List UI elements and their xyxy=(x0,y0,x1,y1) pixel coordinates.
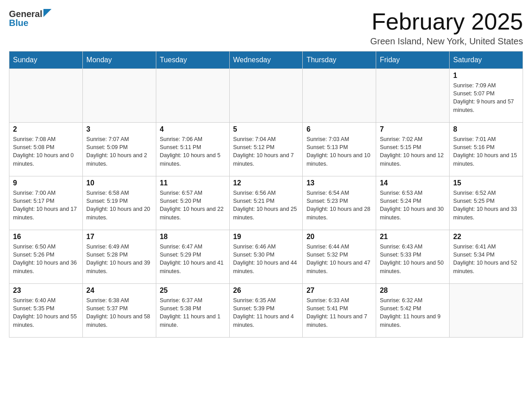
day-number: 25 xyxy=(160,287,226,295)
table-row: 19Sunrise: 6:46 AM Sunset: 5:30 PM Dayli… xyxy=(229,230,303,284)
table-row xyxy=(450,284,523,338)
day-number: 1 xyxy=(453,72,519,80)
day-number: 5 xyxy=(233,125,299,133)
day-number: 9 xyxy=(13,179,79,187)
col-tuesday: Tuesday xyxy=(156,51,229,69)
day-number: 6 xyxy=(306,125,372,133)
table-row: 18Sunrise: 6:47 AM Sunset: 5:29 PM Dayli… xyxy=(156,230,229,284)
table-row: 22Sunrise: 6:41 AM Sunset: 5:34 PM Dayli… xyxy=(450,230,523,284)
table-row: 26Sunrise: 6:35 AM Sunset: 5:39 PM Dayli… xyxy=(229,284,303,338)
week-row-1: 1Sunrise: 7:09 AM Sunset: 5:07 PM Daylig… xyxy=(9,69,523,123)
day-number: 17 xyxy=(86,233,152,241)
table-row: 2Sunrise: 7:08 AM Sunset: 5:08 PM Daylig… xyxy=(9,123,83,176)
day-info: Sunrise: 6:47 AM Sunset: 5:29 PM Dayligh… xyxy=(160,243,226,275)
page-header: General Blue February 2025 Green Island,… xyxy=(9,9,523,47)
table-row xyxy=(9,69,83,123)
title-section: February 2025 Green Island, New York, Un… xyxy=(370,9,523,47)
table-row: 14Sunrise: 6:53 AM Sunset: 5:24 PM Dayli… xyxy=(376,176,450,230)
table-row: 24Sunrise: 6:38 AM Sunset: 5:37 PM Dayli… xyxy=(82,284,156,338)
day-number: 27 xyxy=(306,287,372,295)
col-monday: Monday xyxy=(82,51,156,69)
day-info: Sunrise: 7:03 AM Sunset: 5:13 PM Dayligh… xyxy=(306,135,372,168)
col-saturday: Saturday xyxy=(450,51,523,69)
logo: General Blue xyxy=(9,9,51,27)
table-row: 23Sunrise: 6:40 AM Sunset: 5:35 PM Dayli… xyxy=(9,284,83,338)
table-row: 4Sunrise: 7:06 AM Sunset: 5:11 PM Daylig… xyxy=(156,123,229,176)
table-row: 3Sunrise: 7:07 AM Sunset: 5:09 PM Daylig… xyxy=(82,123,156,176)
day-number: 13 xyxy=(306,179,372,187)
location: Green Island, New York, United States xyxy=(370,36,523,47)
logo-arrow-icon xyxy=(43,9,51,17)
table-row: 8Sunrise: 7:01 AM Sunset: 5:16 PM Daylig… xyxy=(450,123,523,176)
col-wednesday: Wednesday xyxy=(229,51,303,69)
day-info: Sunrise: 7:08 AM Sunset: 5:08 PM Dayligh… xyxy=(13,135,79,168)
day-info: Sunrise: 7:09 AM Sunset: 5:07 PM Dayligh… xyxy=(453,81,519,114)
col-thursday: Thursday xyxy=(303,51,376,69)
logo-blue: Blue xyxy=(9,18,51,27)
table-row: 1Sunrise: 7:09 AM Sunset: 5:07 PM Daylig… xyxy=(450,69,523,123)
table-row: 7Sunrise: 7:02 AM Sunset: 5:15 PM Daylig… xyxy=(376,123,450,176)
week-row-2: 2Sunrise: 7:08 AM Sunset: 5:08 PM Daylig… xyxy=(9,123,523,176)
table-row: 9Sunrise: 7:00 AM Sunset: 5:17 PM Daylig… xyxy=(9,176,83,230)
day-number: 22 xyxy=(453,233,519,241)
table-row: 17Sunrise: 6:49 AM Sunset: 5:28 PM Dayli… xyxy=(82,230,156,284)
day-info: Sunrise: 6:35 AM Sunset: 5:39 PM Dayligh… xyxy=(233,296,299,329)
day-info: Sunrise: 7:01 AM Sunset: 5:16 PM Dayligh… xyxy=(453,135,519,168)
day-info: Sunrise: 6:41 AM Sunset: 5:34 PM Dayligh… xyxy=(453,243,519,275)
table-row xyxy=(82,69,156,123)
day-info: Sunrise: 6:43 AM Sunset: 5:33 PM Dayligh… xyxy=(380,243,446,275)
logo-general: General xyxy=(9,9,51,18)
svg-marker-0 xyxy=(43,9,51,17)
week-row-4: 16Sunrise: 6:50 AM Sunset: 5:26 PM Dayli… xyxy=(9,230,523,284)
day-number: 18 xyxy=(160,233,226,241)
day-info: Sunrise: 7:00 AM Sunset: 5:17 PM Dayligh… xyxy=(13,189,79,222)
day-number: 20 xyxy=(306,233,372,241)
table-row: 21Sunrise: 6:43 AM Sunset: 5:33 PM Dayli… xyxy=(376,230,450,284)
day-number: 19 xyxy=(233,233,299,241)
day-number: 26 xyxy=(233,287,299,295)
day-info: Sunrise: 6:38 AM Sunset: 5:37 PM Dayligh… xyxy=(86,296,152,329)
table-row: 6Sunrise: 7:03 AM Sunset: 5:13 PM Daylig… xyxy=(303,123,376,176)
day-info: Sunrise: 6:32 AM Sunset: 5:42 PM Dayligh… xyxy=(380,296,446,329)
table-row: 27Sunrise: 6:33 AM Sunset: 5:41 PM Dayli… xyxy=(303,284,376,338)
day-info: Sunrise: 6:33 AM Sunset: 5:41 PM Dayligh… xyxy=(306,296,372,329)
day-number: 23 xyxy=(13,287,79,295)
table-row: 25Sunrise: 6:37 AM Sunset: 5:38 PM Dayli… xyxy=(156,284,229,338)
day-number: 10 xyxy=(86,179,152,187)
table-row xyxy=(156,69,229,123)
week-row-5: 23Sunrise: 6:40 AM Sunset: 5:35 PM Dayli… xyxy=(9,284,523,338)
day-number: 8 xyxy=(453,125,519,133)
day-number: 12 xyxy=(233,179,299,187)
day-info: Sunrise: 6:58 AM Sunset: 5:19 PM Dayligh… xyxy=(86,189,152,222)
day-number: 28 xyxy=(380,287,446,295)
col-sunday: Sunday xyxy=(9,51,83,69)
table-row: 15Sunrise: 6:52 AM Sunset: 5:25 PM Dayli… xyxy=(450,176,523,230)
table-row: 11Sunrise: 6:57 AM Sunset: 5:20 PM Dayli… xyxy=(156,176,229,230)
table-row xyxy=(303,69,376,123)
day-number: 24 xyxy=(86,287,152,295)
calendar-table: Sunday Monday Tuesday Wednesday Thursday… xyxy=(9,51,523,338)
day-number: 14 xyxy=(380,179,446,187)
table-row: 16Sunrise: 6:50 AM Sunset: 5:26 PM Dayli… xyxy=(9,230,83,284)
day-info: Sunrise: 7:02 AM Sunset: 5:15 PM Dayligh… xyxy=(380,135,446,168)
day-number: 11 xyxy=(160,179,226,187)
day-info: Sunrise: 7:07 AM Sunset: 5:09 PM Dayligh… xyxy=(86,135,152,168)
day-info: Sunrise: 6:54 AM Sunset: 5:23 PM Dayligh… xyxy=(306,189,372,222)
day-number: 21 xyxy=(380,233,446,241)
day-info: Sunrise: 6:44 AM Sunset: 5:32 PM Dayligh… xyxy=(306,243,372,275)
table-row xyxy=(376,69,450,123)
calendar-header-row: Sunday Monday Tuesday Wednesday Thursday… xyxy=(9,51,523,69)
table-row: 28Sunrise: 6:32 AM Sunset: 5:42 PM Dayli… xyxy=(376,284,450,338)
week-row-3: 9Sunrise: 7:00 AM Sunset: 5:17 PM Daylig… xyxy=(9,176,523,230)
day-info: Sunrise: 6:56 AM Sunset: 5:21 PM Dayligh… xyxy=(233,189,299,222)
day-info: Sunrise: 6:50 AM Sunset: 5:26 PM Dayligh… xyxy=(13,243,79,275)
day-info: Sunrise: 6:53 AM Sunset: 5:24 PM Dayligh… xyxy=(380,189,446,222)
day-info: Sunrise: 6:46 AM Sunset: 5:30 PM Dayligh… xyxy=(233,243,299,275)
day-info: Sunrise: 6:52 AM Sunset: 5:25 PM Dayligh… xyxy=(453,189,519,222)
day-info: Sunrise: 7:06 AM Sunset: 5:11 PM Dayligh… xyxy=(160,135,226,168)
day-info: Sunrise: 6:49 AM Sunset: 5:28 PM Dayligh… xyxy=(86,243,152,275)
table-row: 13Sunrise: 6:54 AM Sunset: 5:23 PM Dayli… xyxy=(303,176,376,230)
day-info: Sunrise: 6:37 AM Sunset: 5:38 PM Dayligh… xyxy=(160,296,226,329)
table-row: 5Sunrise: 7:04 AM Sunset: 5:12 PM Daylig… xyxy=(229,123,303,176)
day-number: 2 xyxy=(13,125,79,133)
